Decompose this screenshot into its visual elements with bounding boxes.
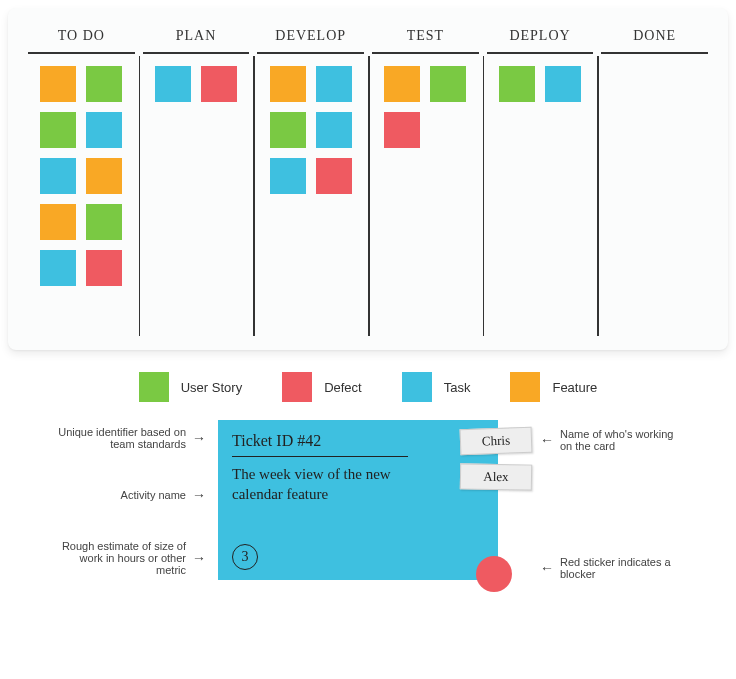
annotations-left: Unique identifier based on team standard… xyxy=(56,420,206,580)
annotations-right: Name of who's working on the card Red st… xyxy=(510,420,680,580)
column-header: DONE xyxy=(601,26,708,54)
cards-grid xyxy=(40,66,122,326)
annotation-activity: Activity name xyxy=(121,487,206,503)
kanban-card[interactable] xyxy=(384,66,420,102)
kanban-card[interactable] xyxy=(40,204,76,240)
cards-grid xyxy=(384,66,466,326)
kanban-card[interactable] xyxy=(430,66,466,102)
legend-label: Defect xyxy=(324,380,362,395)
ticket-id: Ticket ID #42 xyxy=(232,432,408,457)
column: DEPLOY xyxy=(483,26,598,326)
assignee-tag: Chris xyxy=(460,427,533,455)
assignee-tag: Alex xyxy=(460,463,532,490)
kanban-board: TO DOPLANDEVELOPTESTDEPLOYDONE xyxy=(8,8,728,350)
legend: User StoryDefectTaskFeature xyxy=(8,372,728,402)
column: TEST xyxy=(368,26,483,326)
column: PLAN xyxy=(139,26,254,326)
column-header: DEVELOP xyxy=(257,26,364,54)
kanban-card[interactable] xyxy=(86,204,122,240)
blocker-dot-icon xyxy=(476,556,512,592)
column-header: PLAN xyxy=(143,26,250,54)
kanban-card[interactable] xyxy=(40,250,76,286)
legend-swatch-icon xyxy=(510,372,540,402)
kanban-card[interactable] xyxy=(86,112,122,148)
card-description: The week view of the new calendar featur… xyxy=(232,465,413,504)
kanban-card[interactable] xyxy=(86,158,122,194)
cards-grid xyxy=(614,66,696,326)
kanban-card[interactable] xyxy=(384,112,420,148)
kanban-card[interactable] xyxy=(86,250,122,286)
kanban-card[interactable] xyxy=(86,66,122,102)
column-header: TO DO xyxy=(28,26,135,54)
annotation-assignee: Name of who's working on the card xyxy=(540,428,680,452)
estimate-circle: 3 xyxy=(232,544,258,570)
kanban-card[interactable] xyxy=(499,66,535,102)
legend-item: User Story xyxy=(139,372,242,402)
column: DONE xyxy=(597,26,712,326)
kanban-card[interactable] xyxy=(270,158,306,194)
cards-grid xyxy=(270,66,352,326)
legend-swatch-icon xyxy=(282,372,312,402)
kanban-card[interactable] xyxy=(40,66,76,102)
annotation-estimate: Rough estimate of size of work in hours … xyxy=(56,540,206,576)
kanban-card[interactable] xyxy=(201,66,237,102)
cards-grid xyxy=(155,66,237,326)
legend-label: Task xyxy=(444,380,471,395)
annotation-id: Unique identifier based on team standard… xyxy=(56,426,206,450)
kanban-card[interactable] xyxy=(40,112,76,148)
columns-container: TO DOPLANDEVELOPTESTDEPLOYDONE xyxy=(24,26,712,326)
kanban-card[interactable] xyxy=(155,66,191,102)
kanban-card[interactable] xyxy=(270,112,306,148)
legend-swatch-icon xyxy=(139,372,169,402)
legend-label: User Story xyxy=(181,380,242,395)
column-header: TEST xyxy=(372,26,479,54)
annotation-blocker: Red sticker indicates a blocker xyxy=(540,556,680,580)
kanban-card[interactable] xyxy=(316,112,352,148)
kanban-card[interactable] xyxy=(270,66,306,102)
column-header: DEPLOY xyxy=(487,26,594,54)
legend-item: Feature xyxy=(510,372,597,402)
kanban-card[interactable] xyxy=(545,66,581,102)
legend-item: Defect xyxy=(282,372,362,402)
column: TO DO xyxy=(24,26,139,326)
legend-swatch-icon xyxy=(402,372,432,402)
legend-label: Feature xyxy=(552,380,597,395)
cards-grid xyxy=(499,66,581,326)
kanban-card[interactable] xyxy=(316,66,352,102)
sample-card: Ticket ID #42 The week view of the new c… xyxy=(218,420,498,580)
kanban-card[interactable] xyxy=(40,158,76,194)
card-detail-diagram: Unique identifier based on team standard… xyxy=(8,420,728,580)
column: DEVELOP xyxy=(253,26,368,326)
kanban-card[interactable] xyxy=(316,158,352,194)
legend-item: Task xyxy=(402,372,471,402)
